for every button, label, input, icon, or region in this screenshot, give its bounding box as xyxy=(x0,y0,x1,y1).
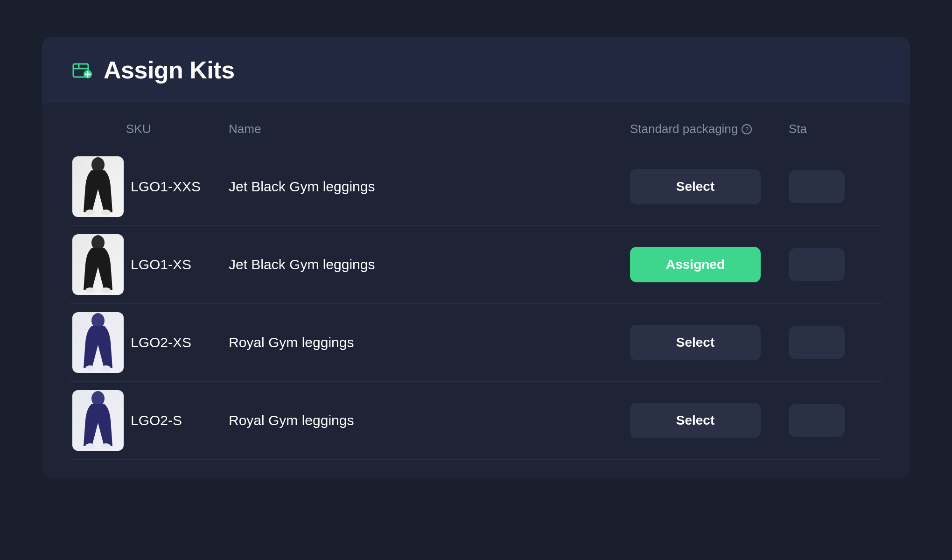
status-indicator xyxy=(789,404,845,437)
table-row: LGO1-XXS Jet Black Gym leggings Select xyxy=(70,148,882,226)
product-sku: LGO2-S xyxy=(126,413,229,428)
product-image-cell xyxy=(70,390,126,451)
product-name: Jet Black Gym leggings xyxy=(229,179,630,195)
select-button[interactable]: Select xyxy=(630,325,761,360)
table-row: LGO2-S Royal Gym leggings Select xyxy=(70,382,882,460)
table-row: LGO1-XS Jet Black Gym leggings Assigned xyxy=(70,226,882,304)
select-button[interactable]: Select xyxy=(630,403,761,438)
assign-kits-icon xyxy=(70,58,94,82)
status-action xyxy=(789,404,882,437)
product-image-cell xyxy=(70,234,126,295)
svg-point-6 xyxy=(91,157,105,172)
svg-point-11 xyxy=(101,287,111,293)
col-header-sku: SKU xyxy=(126,122,229,136)
info-icon[interactable]: ? xyxy=(742,124,752,134)
product-sku: LGO2-XS xyxy=(126,335,229,350)
product-image xyxy=(72,312,124,373)
svg-point-15 xyxy=(91,391,105,406)
standard-packaging-action: Assigned xyxy=(630,247,789,282)
product-sku: LGO1-XXS xyxy=(126,179,229,195)
product-image-cell xyxy=(70,156,126,217)
table-row: LGO2-XS Royal Gym leggings Select xyxy=(70,304,882,382)
table-header-row: SKU Name Standard packaging ? Sta xyxy=(70,112,882,144)
product-image-cell xyxy=(70,312,126,373)
select-button[interactable]: Select xyxy=(630,169,761,204)
svg-point-10 xyxy=(85,287,95,293)
status-indicator xyxy=(789,326,845,359)
status-action xyxy=(789,170,882,203)
product-image xyxy=(72,234,124,295)
svg-point-8 xyxy=(101,210,111,215)
svg-point-17 xyxy=(101,443,111,449)
svg-point-9 xyxy=(91,235,105,250)
status-action xyxy=(789,326,882,359)
col-header-name: Name xyxy=(229,122,630,136)
standard-packaging-action: Select xyxy=(630,169,789,204)
product-sku: LGO1-XS xyxy=(126,257,229,273)
product-name: Royal Gym leggings xyxy=(229,413,630,428)
product-name: Jet Black Gym leggings xyxy=(229,257,630,273)
standard-packaging-action: Select xyxy=(630,403,789,438)
svg-point-12 xyxy=(91,313,105,328)
col-header-status: Sta xyxy=(789,122,882,136)
product-image xyxy=(72,156,124,217)
svg-point-16 xyxy=(85,443,95,449)
product-image xyxy=(72,390,124,451)
assigned-button[interactable]: Assigned xyxy=(630,247,761,282)
page-header: Assign Kits xyxy=(42,37,910,103)
product-name: Royal Gym leggings xyxy=(229,335,630,350)
col-header-image xyxy=(70,122,126,136)
app-container: Assign Kits SKU Name Standard packaging … xyxy=(42,37,910,478)
status-action xyxy=(789,248,882,281)
svg-point-13 xyxy=(85,365,95,371)
page-title: Assign Kits xyxy=(104,56,235,84)
status-indicator xyxy=(789,248,845,281)
standard-packaging-action: Select xyxy=(630,325,789,360)
status-indicator xyxy=(789,170,845,203)
svg-point-14 xyxy=(101,365,111,371)
col-header-standard-packaging: Standard packaging ? xyxy=(630,122,789,136)
products-table: SKU Name Standard packaging ? Sta xyxy=(42,103,910,478)
svg-point-7 xyxy=(85,210,95,215)
